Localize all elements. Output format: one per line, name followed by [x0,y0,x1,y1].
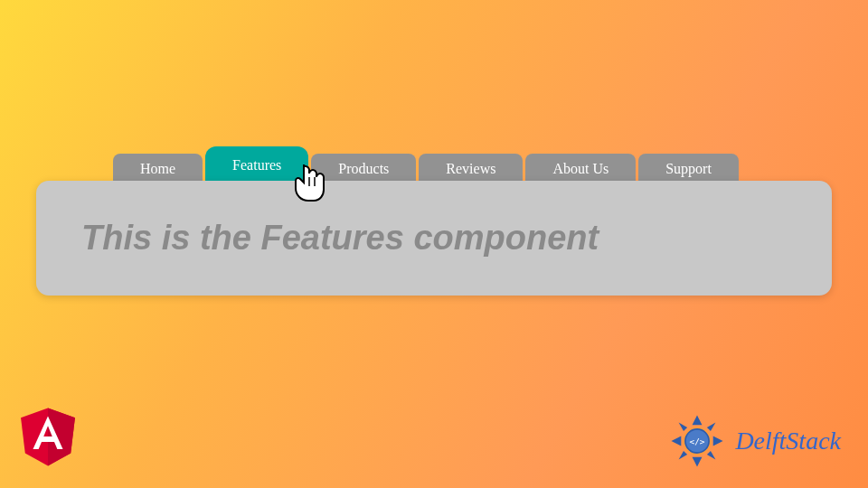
content-panel: This is the Features component [36,181,832,296]
tab-support[interactable]: Support [638,154,739,184]
delftstack-text: DelftStack [735,427,841,455]
svg-text:</>: </> [690,436,705,446]
pointer-cursor-icon [291,161,327,208]
content-heading: This is the Features component [81,219,787,258]
tab-reviews[interactable]: Reviews [419,154,523,184]
angular-logo-icon [16,401,80,472]
delftstack-logo: </> DelftStack [666,410,841,472]
tab-home[interactable]: Home [113,154,203,184]
tab-about-us[interactable]: About Us [525,154,636,184]
delftstack-emblem-icon: </> [666,410,728,472]
tabs-nav: Home Features Products Reviews About Us … [113,154,739,184]
